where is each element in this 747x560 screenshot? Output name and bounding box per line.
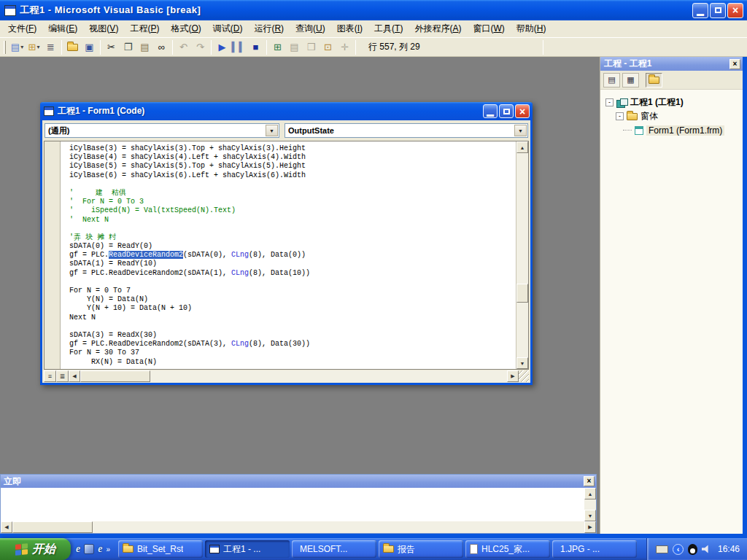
immediate-text-area[interactable] — [1, 488, 584, 521]
dropdown-arrow-icon[interactable]: ▾ — [20, 44, 23, 50]
cut-icon: ✂ — [107, 42, 115, 52]
properties-window-button[interactable]: ▤ — [286, 39, 303, 55]
code-margin-indicator-bar[interactable] — [44, 141, 61, 369]
project-explorer-titlebar[interactable]: 工程 - 工程1 × — [600, 57, 743, 71]
menu-editor-button[interactable]: ≣ — [42, 39, 59, 55]
internet-explorer-icon[interactable]: e — [76, 543, 80, 555]
undo-button[interactable]: ↶ — [175, 39, 192, 55]
procedure-view-button[interactable]: ≡ — [44, 370, 56, 382]
minimize-button[interactable]: ▬ — [692, 3, 708, 18]
redo-button[interactable]: ↷ — [192, 39, 209, 55]
object-combobox-dropdown-icon[interactable]: ▼ — [266, 125, 278, 136]
menu-item-3[interactable]: 工程(P) — [124, 20, 165, 38]
add-project-button[interactable]: ▤▾ — [9, 39, 26, 55]
taskbar-item-2[interactable]: MELSOFT... — [292, 540, 376, 558]
save-project-button[interactable]: ▣ — [81, 39, 98, 55]
menu-item-6[interactable]: 运行(R) — [248, 20, 290, 38]
project-explorer-button[interactable]: ⊞ — [269, 39, 286, 55]
vertical-scroll-thumb[interactable] — [516, 284, 528, 303]
collapse-icon[interactable]: - — [616, 112, 624, 120]
horizontal-scroll-thumb[interactable] — [12, 521, 93, 533]
menu-item-4[interactable]: 格式(O) — [165, 20, 206, 38]
code-horizontal-scrollbar[interactable]: ◀ ▶ — [69, 370, 519, 382]
scroll-right-icon[interactable]: ▶ — [584, 521, 596, 533]
scroll-left-icon[interactable]: ◀ — [69, 370, 80, 382]
code-close-button[interactable]: × — [515, 104, 530, 118]
code-maximize-button[interactable] — [499, 104, 514, 118]
run-button[interactable]: ▶ — [214, 39, 231, 55]
scroll-left-icon[interactable]: ◀ — [1, 521, 12, 533]
paste-button[interactable]: ▤ — [136, 39, 153, 55]
end-button[interactable]: ■ — [247, 39, 264, 55]
toolbar-grip[interactable] — [4, 41, 6, 54]
code-editor[interactable]: iCylBase(3) = shaCylAxis(3).Top + shaCyl… — [44, 141, 529, 370]
procedure-combobox-dropdown-icon[interactable]: ▼ — [514, 125, 527, 136]
maximize-button[interactable] — [710, 3, 726, 18]
menu-item-2[interactable]: 视图(V) — [83, 20, 124, 38]
scroll-down-icon[interactable]: ▼ — [584, 510, 596, 521]
menu-item-1[interactable]: 编辑(E) — [42, 20, 83, 38]
view-object-button[interactable]: ▦ — [622, 73, 639, 88]
form-layout-button[interactable]: ❒ — [303, 39, 320, 55]
immediate-vertical-scrollbar[interactable]: ▲ ▼ — [584, 488, 596, 521]
code-line: iCylBase(6) = shaCylAxis(6).Left + shaCy… — [69, 171, 516, 180]
scroll-down-icon[interactable]: ▼ — [516, 357, 528, 369]
resize-grip[interactable] — [519, 370, 529, 382]
scroll-up-icon[interactable]: ▲ — [584, 488, 596, 499]
code-vertical-scrollbar[interactable]: ▲ ▼ — [516, 141, 528, 369]
taskbar-item-3[interactable]: 报告 — [379, 540, 463, 558]
menu-item-0[interactable]: 文件(F) — [2, 20, 42, 38]
menu-item-8[interactable]: 图表(I) — [331, 20, 368, 38]
menu-item-9[interactable]: 工具(T) — [368, 20, 409, 38]
copy-button[interactable]: ❐ — [120, 39, 136, 55]
code-minimize-button[interactable]: ▬ — [483, 104, 498, 118]
code-window-client: (通用) ▼ OutputState ▼ iCylBase(3) = shaCy… — [42, 120, 530, 383]
menu-item-10[interactable]: 外接程序(A) — [409, 20, 467, 38]
scroll-up-icon[interactable]: ▲ — [516, 141, 528, 153]
code-line — [69, 278, 516, 287]
code-line: iCylBase(3) = shaCylAxis(3).Top + shaCyl… — [69, 144, 516, 153]
taskbar-item-1[interactable]: 工程1 - ... — [205, 540, 290, 558]
immediate-window-titlebar[interactable]: 立即 × — [1, 475, 596, 488]
code-text[interactable]: iCylBase(3) = shaCylAxis(3).Top + shaCyl… — [61, 141, 516, 369]
scroll-right-icon[interactable]: ▶ — [507, 370, 519, 382]
menu-item-5[interactable]: 调试(D) — [207, 20, 249, 38]
find-button[interactable]: ∞ — [153, 39, 170, 55]
full-module-view-button[interactable]: ≣ — [56, 370, 69, 382]
object-browser-button[interactable]: ⊡ — [320, 39, 336, 55]
toolbox-button[interactable]: ✛ — [336, 39, 353, 55]
tree-item-form1[interactable]: Form1 (Form1.frm) — [623, 123, 741, 137]
more-chevron-icon[interactable]: » — [106, 545, 110, 553]
internet-explorer-icon[interactable]: e — [98, 543, 102, 555]
view-code-button[interactable]: ▤ — [603, 73, 620, 88]
horizontal-scroll-thumb[interactable] — [80, 370, 150, 382]
add-form-button[interactable]: ⊞▾ — [26, 39, 42, 55]
immediate-close-icon[interactable]: × — [584, 476, 595, 486]
immediate-horizontal-scrollbar[interactable]: ◀ ▶ — [1, 521, 596, 533]
procedure-combobox[interactable]: OutputState ▼ — [285, 123, 528, 138]
start-button[interactable]: 开始 — [0, 538, 71, 560]
tree-item-project[interactable]: - 工程1 (工程1) — [605, 96, 741, 109]
break-button[interactable]: ▍▍ — [231, 39, 247, 55]
taskbar-item-5[interactable]: 1.JPG - ... — [552, 540, 637, 558]
collapse-icon[interactable]: - — [605, 98, 614, 106]
volume-icon[interactable] — [702, 545, 712, 553]
object-combobox[interactable]: (通用) ▼ — [44, 123, 279, 138]
cut-button[interactable]: ✂ — [103, 39, 120, 55]
taskbar-item-0[interactable]: Bit_Set_Rst — [118, 540, 203, 558]
code-window-titlebar[interactable]: 工程1 - Form1 (Code) ▬ × — [40, 102, 533, 120]
dropdown-arrow-icon[interactable]: ▾ — [36, 44, 39, 50]
menu-item-11[interactable]: 窗口(W) — [467, 20, 510, 38]
menu-item-12[interactable]: 帮助(H) — [511, 20, 552, 38]
menu-item-7[interactable]: 查询(U) — [290, 20, 331, 38]
taskbar-item-4[interactable]: HLC25_家... — [465, 540, 550, 558]
toggle-folders-button[interactable] — [646, 73, 662, 88]
qq-icon[interactable] — [688, 544, 697, 555]
close-button[interactable]: × — [727, 3, 743, 18]
project-explorer-close-icon[interactable]: × — [729, 59, 740, 69]
open-project-button[interactable] — [64, 39, 81, 55]
application-icon[interactable] — [84, 544, 94, 554]
tree-item-forms-folder[interactable]: - 窗体 — [616, 109, 741, 123]
keyboard-icon[interactable] — [656, 545, 668, 553]
language-bar-icon[interactable]: ‹ — [673, 544, 684, 555]
